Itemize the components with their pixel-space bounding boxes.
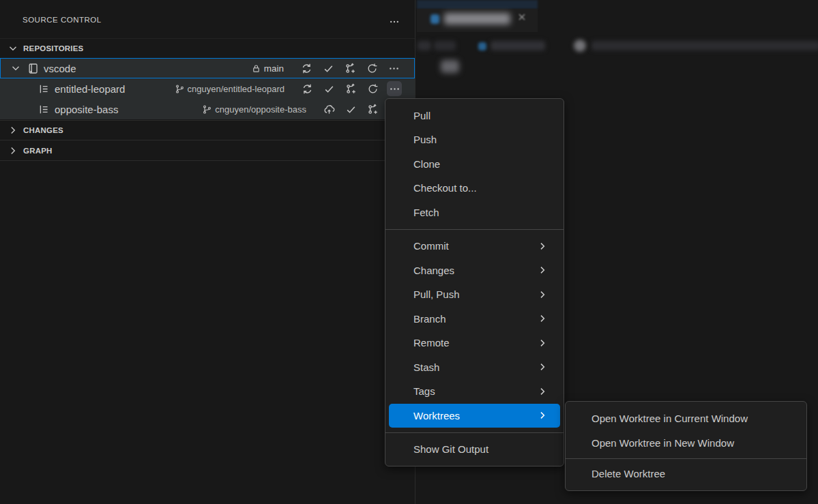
pull-request-create-icon — [345, 63, 356, 74]
section-header-changes[interactable]: CHANGES — [0, 120, 415, 140]
editor-tab[interactable] — [417, 9, 538, 32]
menu-separator — [385, 229, 564, 230]
publish-button[interactable] — [321, 102, 336, 117]
ellipsis-icon — [389, 16, 400, 27]
section-label: REPOSITORIES — [23, 44, 83, 53]
chevron-down-icon — [8, 43, 18, 54]
commit-button[interactable] — [321, 61, 336, 76]
tab-file-icon — [430, 14, 439, 24]
redacted-breadcrumb-segment — [434, 41, 456, 50]
branch-name: main — [264, 63, 284, 74]
sync-button[interactable] — [300, 81, 315, 96]
list-tree-icon — [38, 104, 50, 115]
vscode-window: SOURCE CONTROL REPOSITORIES vscode — [0, 0, 818, 504]
menu-separator — [385, 432, 564, 433]
section-label: GRAPH — [23, 147, 53, 155]
worktree-row-opposite-bass[interactable]: opposite-bass cnguyen/opposite-bass — [0, 99, 415, 119]
branch-status: cnguyen/entitled-leopard — [175, 84, 284, 94]
refresh-button[interactable] — [365, 81, 380, 96]
commit-button[interactable] — [321, 81, 336, 96]
menu-item-stash[interactable]: Stash — [385, 355, 564, 380]
create-worktree-button[interactable] — [365, 102, 380, 117]
sync-button[interactable] — [299, 61, 314, 76]
create-worktree-button[interactable] — [343, 81, 358, 96]
check-icon — [323, 83, 335, 95]
sync-icon — [301, 63, 312, 74]
repository-row-vscode[interactable]: vscode main — [0, 58, 415, 78]
menu-item-branch[interactable]: Branch — [385, 307, 564, 331]
submenu-chevron-right-icon — [537, 410, 548, 421]
refresh-icon — [366, 63, 378, 74]
menu-item-tags[interactable]: Tags — [385, 379, 564, 404]
source-control-sidebar: SOURCE CONTROL REPOSITORIES vscode — [0, 0, 415, 504]
views-more-actions-button[interactable] — [385, 13, 404, 30]
repository-context-menu: Pull Push Clone Checkout to... Fetch Com… — [385, 98, 564, 466]
menu-separator — [566, 458, 806, 459]
repo-icon — [27, 63, 39, 74]
chevron-right-icon — [8, 125, 18, 136]
submenu-chevron-right-icon — [537, 338, 548, 349]
chevron-down-icon[interactable] — [10, 62, 22, 74]
pull-request-create-icon — [345, 83, 357, 95]
redacted-editor-fragment — [441, 60, 459, 73]
check-icon — [345, 104, 357, 115]
repository-name: vscode — [44, 63, 76, 74]
active-tab-top-border — [417, 0, 538, 9]
submenu-chevron-right-icon — [537, 289, 548, 300]
chevron-right-icon — [8, 145, 18, 156]
sidebar-title: SOURCE CONTROL — [23, 16, 102, 24]
menu-item-delete-worktree[interactable]: Delete Worktree — [566, 462, 806, 486]
redacted-breadcrumb-segment — [418, 41, 431, 50]
git-branch-icon — [175, 84, 185, 94]
worktrees-submenu: Open Worktree in Current Window Open Wor… — [565, 401, 807, 491]
breadcrumb-file-icon — [478, 42, 486, 50]
ellipsis-icon — [389, 83, 400, 95]
menu-item-worktrees[interactable]: Worktrees — [389, 404, 560, 428]
branch-name: cnguyen/entitled-leopard — [188, 84, 284, 94]
git-branch-icon — [202, 104, 212, 115]
worktree-name: entitled-leopard — [55, 83, 125, 95]
submenu-chevron-right-icon — [537, 265, 548, 276]
worktree-name: opposite-bass — [55, 104, 118, 115]
worktree-more-actions-button[interactable] — [387, 81, 402, 96]
menu-item-changes[interactable]: Changes — [385, 258, 564, 283]
branch-status: main — [251, 63, 284, 74]
close-icon[interactable] — [516, 12, 527, 23]
submenu-chevron-right-icon — [537, 386, 548, 397]
repository-more-actions-button[interactable] — [386, 61, 401, 76]
menu-item-commit[interactable]: Commit — [385, 234, 564, 258]
submenu-chevron-right-icon — [537, 241, 548, 252]
refresh-icon — [367, 83, 379, 95]
menu-item-checkout-to[interactable]: Checkout to... — [385, 176, 564, 201]
menu-item-open-worktree-current-window[interactable]: Open Worktree in Current Window — [566, 406, 806, 431]
cloud-upload-icon — [323, 104, 335, 115]
submenu-chevron-right-icon — [537, 361, 548, 372]
section-header-graph[interactable]: GRAPH — [0, 140, 415, 161]
redacted-symbol-icon — [574, 40, 586, 52]
create-worktree-button[interactable] — [342, 61, 357, 76]
branch-status: cnguyen/opposite-bass — [202, 104, 306, 115]
submenu-chevron-right-icon — [537, 313, 548, 324]
lock-icon — [251, 63, 261, 74]
section-header-repositories[interactable]: REPOSITORIES — [0, 38, 415, 58]
menu-item-fetch[interactable]: Fetch — [385, 201, 564, 225]
refresh-button[interactable] — [364, 61, 379, 76]
list-tree-icon — [38, 83, 50, 95]
check-icon — [323, 63, 334, 74]
redacted-tab-filename — [444, 13, 510, 25]
menu-item-push[interactable]: Push — [385, 128, 564, 152]
menu-item-pull-push[interactable]: Pull, Push — [385, 282, 564, 307]
redacted-breadcrumb-segment — [591, 41, 818, 50]
menu-item-pull[interactable]: Pull — [385, 104, 564, 128]
pull-request-create-icon — [367, 104, 379, 115]
menu-item-show-git-output[interactable]: Show Git Output — [385, 437, 564, 462]
worktree-row-entitled-leopard[interactable]: entitled-leopard cnguyen/entitled-leopar… — [0, 78, 415, 99]
menu-item-remote[interactable]: Remote — [385, 331, 564, 355]
menu-item-clone[interactable]: Clone — [385, 152, 564, 177]
commit-button[interactable] — [343, 102, 358, 117]
sync-icon — [302, 83, 313, 95]
menu-item-open-worktree-new-window[interactable]: Open Worktree in New Window — [566, 431, 806, 456]
ellipsis-icon — [388, 63, 400, 74]
section-label: CHANGES — [23, 126, 63, 134]
redacted-breadcrumb-segment — [491, 41, 545, 50]
